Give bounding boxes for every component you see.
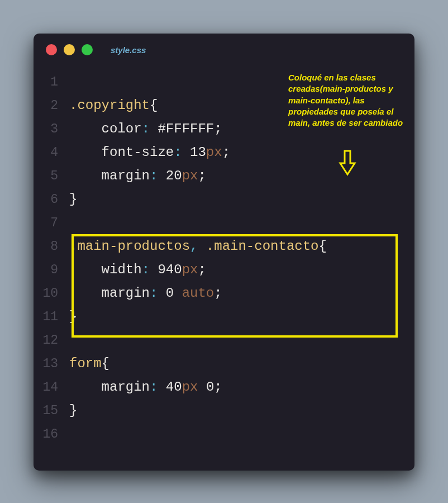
line-number: 14: [34, 376, 69, 399]
line-number: 8: [34, 235, 69, 258]
code-line: 12: [34, 329, 414, 352]
line-number: 3: [34, 117, 69, 141]
code-area: Coloqué en las clases creadas(main-produ…: [34, 66, 414, 446]
code-line: 6}: [34, 188, 414, 211]
arrow-down-icon: [338, 150, 357, 179]
code-editor-window: style.css Coloqué en las clases creadas(…: [34, 34, 414, 471]
line-number: 12: [34, 329, 69, 352]
line-number: 9: [34, 258, 69, 282]
line-number: 2: [34, 94, 69, 117]
code-line: 8.main-productos, .main-contacto{: [34, 235, 414, 258]
window-maximize-icon[interactable]: [82, 44, 93, 55]
window-close-icon[interactable]: [46, 44, 57, 55]
line-number: 10: [34, 282, 69, 305]
code-line: 15}: [34, 399, 414, 423]
line-number: 4: [34, 141, 69, 164]
code-line: 13form{: [34, 352, 414, 376]
code-line: 16: [34, 423, 414, 446]
code-line: 4 font-size: 13px;: [34, 141, 414, 164]
code-line: 5 margin: 20px;: [34, 164, 414, 188]
code-line: 9 width: 940px;: [34, 258, 414, 282]
annotation-text: Coloqué en las clases creadas(main-produ…: [288, 72, 409, 129]
line-number: 5: [34, 164, 69, 188]
line-number: 13: [34, 352, 69, 376]
line-number: 15: [34, 399, 69, 423]
code-line: 14 margin: 40px 0;: [34, 376, 414, 399]
line-number: 6: [34, 188, 69, 211]
line-number: 11: [34, 305, 69, 329]
window-titlebar: style.css: [34, 34, 414, 66]
window-minimize-icon[interactable]: [64, 44, 75, 55]
line-number: 7: [34, 211, 69, 235]
filename-label: style.css: [111, 45, 146, 55]
line-number: 1: [34, 70, 69, 94]
code-line: 7: [34, 211, 414, 235]
code-line: 11}: [34, 305, 414, 329]
line-number: 16: [34, 423, 69, 446]
code-line: 10 margin: 0 auto;: [34, 282, 414, 305]
